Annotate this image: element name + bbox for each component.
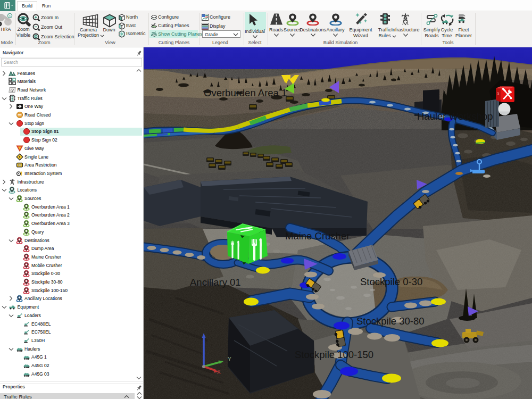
svg-text:Overburden Area 1: Overburden Area 1 bbox=[204, 87, 287, 98]
svg-text:Y: Y bbox=[228, 356, 231, 362]
svg-text:Ancillary 01: Ancillary 01 bbox=[190, 277, 241, 288]
svg-text:Maine Crusher: Maine Crusher bbox=[285, 230, 350, 242]
svg-text:Stockpile 30-80: Stockpile 30-80 bbox=[356, 315, 425, 327]
svg-text:X: X bbox=[217, 369, 221, 375]
svg-text:Hauler Workshop: Hauler Workshop bbox=[417, 111, 493, 122]
svg-text:Stockpile 100-150: Stockpile 100-150 bbox=[295, 349, 373, 360]
svg-text:h: h bbox=[9, 14, 11, 18]
svg-text:Stockpile 0-30: Stockpile 0-30 bbox=[360, 276, 422, 287]
